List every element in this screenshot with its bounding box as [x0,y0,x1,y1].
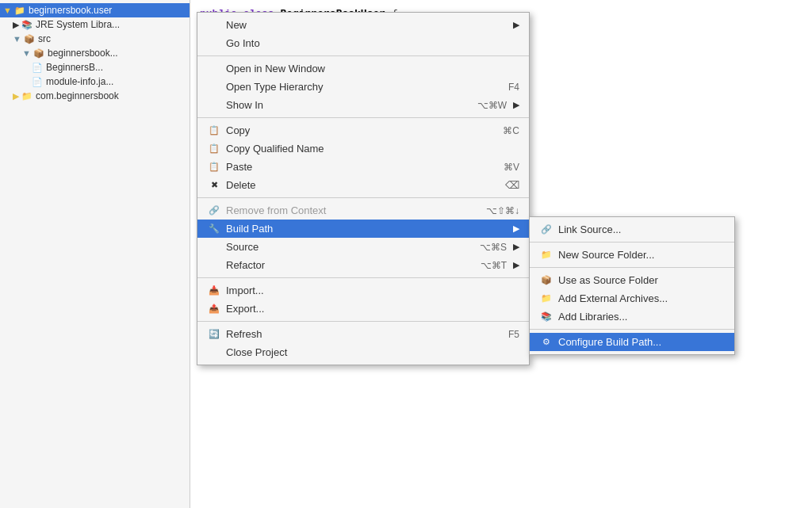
context-menu: New ▶ Go Into Open in New Window Open Ty… [197,12,530,365]
add-libraries-icon: 📚 [539,311,553,322]
sidebar-item-project[interactable]: ▼ 📁 beginnersbook.user [0,3,190,17]
menu-item-refactor[interactable]: Refactor ⌥⌘T ▶ [197,256,529,274]
menu-item-close-project[interactable]: Close Project [197,343,529,361]
sidebar-item-package[interactable]: ▼ 📦 beginnersbook... [0,46,190,60]
menu-item-export[interactable]: 📤 Export... [197,300,529,318]
submenu-item-link-source[interactable]: 🔗 Link Source... [530,220,734,239]
jre-icon: ▶ 📚 [13,20,33,30]
separator-3 [197,197,529,198]
copy-qualified-icon: 📋 [207,143,221,154]
menu-item-open-type-hierarchy[interactable]: Open Type Hierarchy F4 [197,78,529,96]
submenu-item-new-source-folder[interactable]: 📁 New Source Folder... [530,246,734,264]
module-icon: 📄 [32,77,43,87]
menu-item-source[interactable]: Source ⌥⌘S ▶ [197,238,529,256]
delete-icon: ✖ [207,180,221,190]
sidebar-item-jre[interactable]: ▶ 📚 JRE System Libra... [0,17,190,32]
project-label: beginnersbook.user [29,5,112,16]
sidebar-item-com[interactable]: ▶ 📁 com.beginnersbook [0,89,190,103]
package-icon: ▼ 📦 [13,34,35,44]
menu-item-build-path[interactable]: 🔧 Build Path ▶ 🔗 Link Source... 📁 New So… [197,220,529,238]
package-label: beginnersbook... [48,48,118,59]
class-label: BeginnersB... [46,62,103,73]
menu-item-open-new-window[interactable]: Open in New Window [197,59,529,78]
submenu-separator-2 [530,267,734,268]
sidebar-item-class[interactable]: 📄 BeginnersB... [0,60,190,74]
menu-item-copy-qualified[interactable]: 📋 Copy Qualified Name [197,139,529,158]
menu-item-paste[interactable]: 📋 Paste ⌘V [197,158,529,176]
menu-item-import[interactable]: 📥 Import... [197,281,529,300]
submenu-item-add-libraries[interactable]: 📚 Add Libraries... [530,307,734,326]
copy-icon: 📋 [207,125,221,136]
com-folder-icon: ▶ 📁 [13,91,33,101]
refresh-icon: 🔄 [207,329,221,339]
submenu-item-use-as-source[interactable]: 📦 Use as Source Folder [530,271,734,289]
import-icon: 📥 [207,285,221,296]
java-icon: 📄 [32,63,43,73]
menu-item-go-into[interactable]: Go Into [197,34,529,52]
configure-build-path-icon: ⚙ [539,337,553,347]
submenu-item-configure-build-path[interactable]: ⚙ Configure Build Path... [530,333,734,351]
new-source-folder-icon: 📁 [539,250,553,260]
menu-item-copy[interactable]: 📋 Copy ⌘C [197,121,529,139]
separator-1 [197,55,529,56]
jre-label: JRE System Libra... [36,19,120,30]
submenu-separator-1 [530,242,734,243]
separator-2 [197,117,529,118]
package-icon-2: ▼ 📦 [22,48,44,59]
src-label: src [38,33,51,44]
paste-icon: 📋 [207,162,221,172]
menu-item-new[interactable]: New ▶ [197,16,529,34]
add-archives-icon: 📁 [539,293,553,304]
submenu-separator-3 [530,329,734,330]
submenu-item-add-external-archives[interactable]: 📁 Add External Archives... [530,289,734,307]
build-path-submenu: 🔗 Link Source... 📁 New Source Folder... … [529,216,735,355]
sidebar-item-src[interactable]: ▼ 📦 src [0,32,190,46]
build-path-icon: 🔧 [207,223,221,234]
menu-item-show-in[interactable]: Show In ⌥⌘W ▶ [197,96,529,114]
menu-item-refresh[interactable]: 🔄 Refresh F5 [197,325,529,343]
separator-4 [197,277,529,278]
menu-item-delete[interactable]: ✖ Delete ⌫ [197,176,529,194]
export-icon: 📤 [207,304,221,314]
separator-5 [197,321,529,322]
remove-context-icon: 🔗 [207,205,221,216]
sidebar-item-module[interactable]: 📄 module-info.ja... [0,74,190,89]
menu-item-remove-from-context[interactable]: 🔗 Remove from Context ⌥⇧⌘↓ [197,201,529,220]
project-explorer: ▼ 📁 beginnersbook.user ▶ 📚 JRE System Li… [0,0,190,508]
module-label: module-info.ja... [46,76,113,87]
com-label: com.beginnersbook [36,90,119,101]
link-source-icon: 🔗 [539,224,553,235]
use-as-source-icon: 📦 [539,275,553,285]
folder-icon: ▼ 📁 [3,6,25,16]
